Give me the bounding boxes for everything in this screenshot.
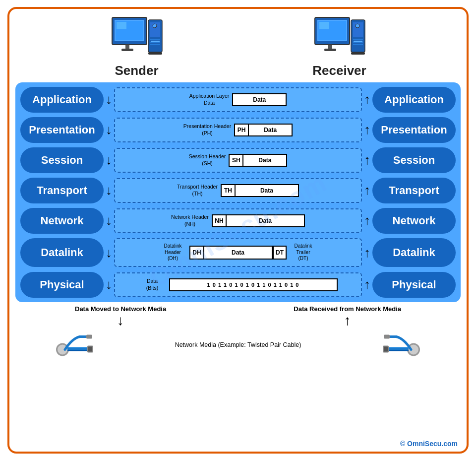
sender-computer-icon	[110, 15, 164, 62]
moved-label: Data Moved to Network Media	[75, 305, 166, 313]
physical-bits-box: 1 0 1 1 0 1 0 1 0 1 1 0 1 1 0 1 0	[169, 278, 338, 291]
datalink-trailer-label: DatalinkTrailer(DT)	[290, 243, 317, 262]
physical-arrow-up: ↑	[364, 277, 370, 292]
receiver-computer-icon	[312, 15, 367, 62]
session-left-pill: Session	[20, 147, 104, 173]
application-header-label: Application LayerData	[189, 93, 230, 106]
session-row: Session ↓ Session Header(SH) SH Data ↑ S…	[20, 146, 456, 175]
presentation-middle: Presentation Header(PH) PH Data	[114, 118, 362, 142]
network-row: Network ↓ Network Header(NH) NH Data ↑ N…	[20, 206, 456, 235]
session-arrow-down: ↓	[106, 152, 112, 168]
session-right-pill: Session	[372, 147, 456, 173]
application-middle: Application LayerData Data	[114, 87, 362, 112]
session-middle: Session Header(SH) SH Data	[114, 148, 362, 173]
media-label: Network Media (Example: Twisted Pair Cab…	[175, 341, 301, 348]
svg-rect-39	[386, 347, 409, 348]
nh-box: NH	[212, 214, 226, 227]
svg-point-12	[153, 24, 157, 28]
svg-rect-18	[328, 45, 332, 49]
application-row: Application ↓ Application LayerData Data…	[20, 85, 456, 114]
datalink-middle: DatalinkHeader(DH) DH Data DT DatalinkTr…	[114, 238, 362, 267]
left-cable-icon	[55, 329, 95, 359]
application-arrow-down: ↓	[106, 92, 112, 107]
datalink-arrow-down: ↓	[106, 245, 112, 261]
application-arrow-up: ↑	[364, 92, 370, 107]
transport-data-box: Data	[235, 184, 299, 197]
physical-row: Physical ↓ Data(Bits) 1 0 1 1 0 1 0 1 0 …	[20, 270, 456, 299]
application-right-pill: Application	[372, 87, 456, 113]
svg-point-26	[356, 24, 359, 28]
right-cable-icon	[381, 329, 421, 359]
svg-rect-4	[125, 45, 129, 49]
presentation-right-pill: Presentation	[372, 117, 456, 143]
datalink-right-pill: Datalink	[372, 238, 456, 267]
svg-rect-31	[67, 347, 90, 348]
bottom-right-section: Data Received from Network Media ↑	[294, 305, 401, 329]
presentation-left-pill: Presentation	[20, 117, 104, 143]
bottom-arrow-down-left: ↓	[75, 313, 166, 329]
svg-rect-5	[121, 49, 133, 51]
network-data-box: Data	[226, 214, 305, 227]
transport-middle: Transport Header(TH) TH Data	[114, 178, 362, 203]
session-header-label: Session Header(SH)	[189, 153, 226, 166]
session-data-box: Data	[242, 154, 287, 167]
network-right-pill: Network	[372, 208, 456, 234]
datalink-data-box: Data	[203, 246, 273, 260]
network-left-pill: Network	[20, 208, 104, 234]
osi-diagram: Application ↓ Application LayerData Data…	[15, 82, 461, 302]
bottom-arrow-up-right: ↑	[294, 313, 401, 329]
sh-box: SH	[229, 154, 242, 167]
datalink-row: Datalink ↓ DatalinkHeader(DH) DH Data DT…	[20, 237, 456, 269]
main-container: OmniSecu.com	[7, 7, 469, 454]
presentation-arrow-up: ↑	[364, 122, 370, 137]
physical-arrow-down: ↓	[106, 277, 112, 292]
presentation-data-box: Data	[248, 124, 293, 136]
transport-header-label: Transport Header(TH)	[177, 184, 218, 197]
datalink-left-pill: Datalink	[20, 238, 104, 267]
physical-header-label: Data(Bits)	[139, 278, 166, 291]
svg-rect-43	[384, 334, 390, 338]
physical-right-pill: Physical	[372, 272, 456, 298]
svg-rect-3	[117, 22, 126, 29]
receiver-section: Receiver	[312, 15, 367, 78]
presentation-arrow-down: ↓	[106, 122, 112, 137]
transport-arrow-down: ↓	[106, 183, 112, 198]
svg-rect-11	[151, 41, 160, 42]
media-label-container: Network Media (Example: Twisted Pair Cab…	[99, 340, 377, 349]
network-arrow-down: ↓	[106, 213, 112, 228]
svg-rect-40	[386, 350, 409, 351]
ph-box: PH	[234, 124, 248, 136]
th-box: TH	[221, 184, 235, 197]
svg-rect-35	[86, 334, 92, 338]
copyright-text: © OmniSecu.com	[400, 440, 458, 448]
transport-right-pill: Transport	[372, 178, 456, 203]
datalink-header-label: DatalinkHeader(DH)	[159, 243, 186, 262]
session-arrow-up: ↑	[364, 152, 370, 168]
network-middle: Network Header(NH) NH Data	[114, 208, 362, 233]
svg-rect-34	[88, 346, 92, 351]
network-arrow-up: ↑	[364, 213, 370, 228]
sender-label: Sender	[115, 63, 158, 78]
application-data-box: Data	[232, 93, 287, 106]
header-row: Sender Receiver	[15, 15, 461, 78]
svg-rect-13	[148, 52, 162, 55]
cable-row: Network Media (Example: Twisted Pair Cab…	[15, 329, 461, 359]
physical-middle: Data(Bits) 1 0 1 1 0 1 0 1 0 1 1 0 1 1 0…	[114, 272, 362, 297]
sender-section: Sender	[110, 15, 164, 78]
application-left-pill: Application	[20, 87, 104, 113]
physical-left-pill: Physical	[20, 272, 104, 298]
svg-rect-32	[67, 350, 90, 351]
presentation-header-label: Presentation Header(PH)	[183, 123, 231, 136]
svg-rect-42	[384, 346, 388, 351]
dt-box: DT	[273, 246, 287, 260]
network-header-label: Network Header(NH)	[171, 214, 209, 227]
svg-rect-25	[354, 41, 362, 42]
transport-left-pill: Transport	[20, 178, 104, 203]
dh-box: DH	[189, 246, 203, 260]
transport-row: Transport ↓ Transport Header(TH) TH Data…	[20, 176, 456, 205]
bottom-left-section: Data Moved to Network Media ↓	[75, 305, 166, 329]
svg-rect-19	[324, 49, 336, 51]
datalink-arrow-up: ↑	[364, 245, 370, 261]
bottom-labels-row: Data Moved to Network Media ↓ Data Recei…	[15, 305, 461, 329]
receiver-label: Receiver	[312, 63, 366, 78]
